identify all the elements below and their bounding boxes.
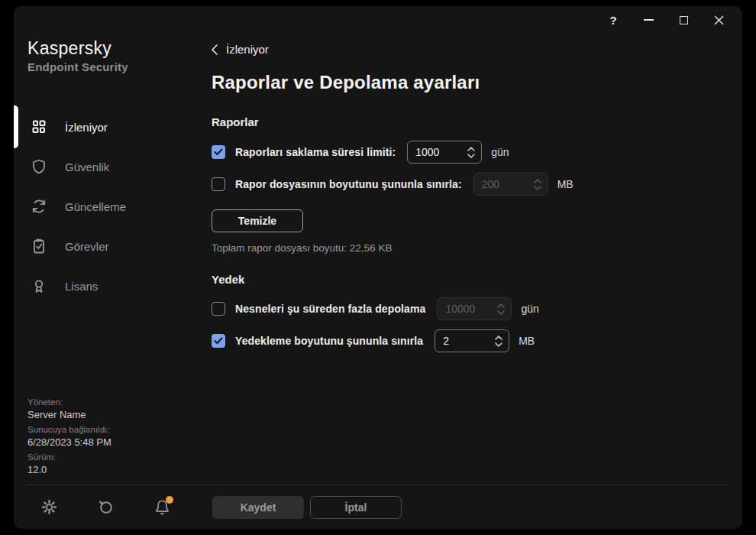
report-storage-limit-checkbox[interactable] (212, 145, 225, 159)
backup-size-input[interactable] (435, 335, 478, 347)
titlebar: ? (14, 6, 742, 34)
minimize-button[interactable] (631, 8, 666, 32)
maximize-button[interactable] (666, 8, 701, 32)
spinner-up-icon[interactable] (467, 147, 475, 151)
tasks-icon (31, 238, 47, 255)
support-icon (97, 498, 115, 516)
close-button[interactable] (701, 8, 736, 32)
backup-size-checkbox[interactable] (212, 334, 225, 348)
notification-badge (166, 496, 173, 504)
backup-size-unit: MB (519, 335, 535, 347)
page-title: Raporlar ve Depolama ayarları (212, 72, 719, 93)
spinner-down-icon[interactable] (534, 186, 541, 190)
support-button[interactable] (97, 498, 115, 516)
license-icon (31, 277, 47, 294)
sidebar-item-guvenlik[interactable]: Güvenlik (14, 147, 197, 186)
report-storage-limit-row: Raporları saklama süresi limiti: gün (212, 141, 719, 164)
checkmark-icon (214, 337, 223, 345)
total-report-size: Toplam rapor dosyası boyutu: 22,56 KB (212, 242, 719, 254)
backup-duration-label: Nesneleri şu süreden fazla depolama (235, 303, 425, 315)
app-logo: Kaspersky Endpoint Security (14, 34, 197, 73)
sidebar-item-label: Görevler (65, 240, 109, 253)
dashboard-icon (31, 118, 47, 135)
sidebar-item-label: İzleniyor (65, 121, 108, 134)
report-storage-limit-spinner (407, 141, 482, 164)
back-chevron-icon (212, 44, 218, 55)
breadcrumb-label: İzleniyor (226, 43, 269, 56)
backup-size-spinner (435, 329, 509, 352)
version-value: 12.0 (27, 464, 197, 475)
spinner-up-icon[interactable] (534, 179, 541, 183)
backup-size-row: Yedekleme boyutunu şununla sınırla MB (212, 329, 719, 352)
backup-duration-spinner (437, 297, 512, 320)
help-button[interactable]: ? (596, 8, 631, 32)
managed-by-label: Yöneten: (27, 397, 197, 407)
connected-label: Sunucuya bağlanıldı: (27, 425, 197, 434)
report-file-size-row: Rapor dosyasının boyutunu şununla sınırl… (212, 173, 719, 196)
footer-icons (26, 498, 197, 516)
spinner-up-icon[interactable] (495, 336, 502, 340)
sidebar-nav: İzleniyor Güvenlik Güncelleme (14, 107, 197, 306)
settings-icon (40, 498, 58, 516)
sidebar: Kaspersky Endpoint Security İzleniyor (14, 34, 197, 485)
report-storage-limit-input[interactable] (408, 146, 451, 158)
connected-value: 6/28/2023 5:48 PM (27, 436, 197, 448)
spinner-down-icon[interactable] (497, 310, 505, 315)
save-button[interactable]: Kaydet (212, 496, 304, 519)
report-file-size-checkbox[interactable] (212, 177, 225, 191)
active-indicator (14, 105, 18, 148)
report-file-size-label: Rapor dosyasının boyutunu şununla sınırl… (235, 178, 462, 190)
checkmark-icon (214, 148, 223, 156)
sidebar-item-izleniyor[interactable]: İzleniyor (14, 107, 197, 147)
footer: Kaydet İptal (26, 485, 730, 529)
settings-button[interactable] (40, 498, 58, 516)
report-storage-limit-label: Raporları saklama süresi limiti: (235, 146, 396, 158)
backup-size-label: Yedekleme boyutunu şununla sınırla (235, 335, 423, 347)
main-content: İzleniyor Raporlar ve Depolama ayarları … (197, 34, 742, 485)
refresh-icon (31, 198, 47, 215)
backup-section-title: Yedek (212, 273, 719, 286)
minimize-icon (644, 19, 654, 21)
sidebar-item-guncelleme[interactable]: Güncelleme (14, 186, 197, 226)
footer-buttons: Kaydet İptal (197, 496, 402, 519)
backup-duration-unit: gün (521, 303, 538, 315)
spinner-down-icon[interactable] (495, 342, 502, 347)
server-info: Yöneten: Server Name Sunucuya bağlanıldı… (14, 393, 197, 485)
product-name: Endpoint Security (27, 60, 197, 73)
report-file-size-unit: MB (557, 178, 573, 190)
brand-name: Kaspersky (27, 38, 197, 59)
report-storage-limit-unit: gün (491, 146, 509, 158)
backup-duration-row: Nesneleri şu süreden fazla depolama gün (212, 297, 719, 320)
sidebar-item-label: Lisans (65, 280, 98, 293)
reports-section-title: Raporlar (212, 115, 719, 128)
sidebar-item-gorevler[interactable]: Görevler (14, 226, 197, 266)
sidebar-item-lisans[interactable]: Lisans (14, 266, 197, 306)
spinner-down-icon[interactable] (467, 154, 475, 158)
clear-button[interactable]: Temizle (212, 209, 303, 232)
sidebar-item-label: Güncelleme (65, 200, 126, 213)
close-icon (714, 15, 724, 25)
report-file-size-input[interactable] (474, 178, 517, 190)
app-window: ? Kaspersky Endpoint Security (14, 6, 742, 529)
notifications-button[interactable] (153, 498, 171, 516)
breadcrumb-back[interactable]: İzleniyor (212, 43, 719, 56)
help-icon: ? (609, 14, 616, 27)
backup-duration-checkbox[interactable] (212, 302, 225, 316)
shield-icon (31, 158, 47, 175)
cancel-button[interactable]: İptal (310, 496, 402, 519)
version-label: Sürüm: (27, 452, 197, 462)
spinner-up-icon[interactable] (497, 303, 505, 308)
maximize-icon (680, 16, 688, 24)
backup-duration-input[interactable] (438, 303, 480, 315)
managed-by-value: Server Name (27, 409, 197, 420)
report-file-size-spinner (473, 173, 548, 196)
sidebar-item-label: Güvenlik (65, 160, 109, 173)
